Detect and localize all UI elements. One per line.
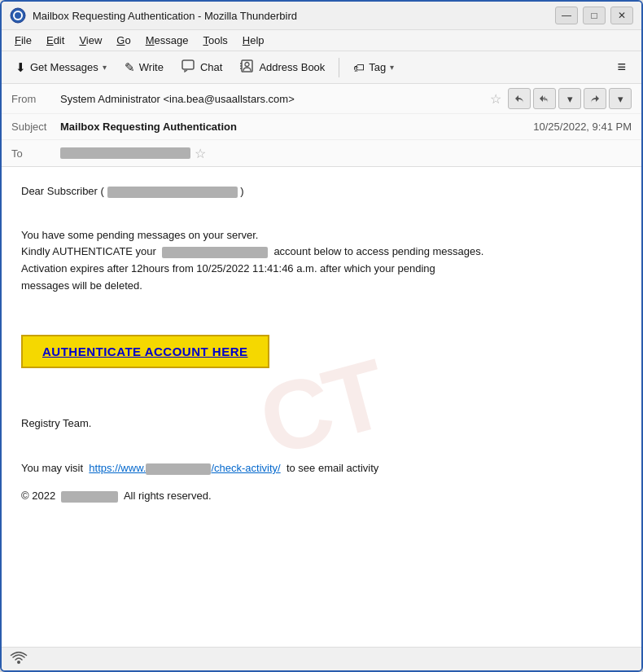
address-book-label: Address Book (259, 61, 325, 73)
registry-paragraph: Registry Team. (21, 415, 622, 433)
registry-text: Registry Team. (21, 417, 91, 429)
actions-dropdown-button[interactable]: ▾ (558, 88, 581, 109)
menu-message[interactable]: Message (139, 32, 195, 49)
greeting-paragraph: Dear Subscriber ( ) (21, 183, 622, 200)
body-paragraph: You have some pending messages on your s… (21, 227, 622, 295)
star-icon[interactable]: ☆ (490, 91, 501, 107)
to-row: To ☆ (2, 140, 641, 166)
authenticate-button[interactable]: AUTHENTICATE ACCOUNT HERE (21, 335, 269, 368)
copyright-end: All rights reserved. (124, 490, 212, 502)
date-value: 10/25/2022, 9:41 PM (533, 121, 632, 133)
reply-all-button[interactable] (533, 88, 556, 109)
greeting-text: Dear Subscriber ( (21, 185, 104, 197)
chat-icon (182, 59, 196, 75)
get-messages-button[interactable]: ⬇ Get Messages ▾ (8, 56, 114, 79)
subject-row: Subject Mailbox Requesting Authenticatio… (2, 114, 641, 140)
visit-link-part1[interactable]: https://www. (89, 462, 146, 474)
menu-file[interactable]: File (8, 32, 38, 49)
chat-button[interactable]: Chat (174, 55, 230, 79)
address-book-button[interactable]: Address Book (233, 55, 332, 79)
menu-tools[interactable]: Tools (196, 32, 234, 49)
copyright-blurred (61, 491, 118, 503)
email-body: CT Dear Subscriber ( ) You have some pen… (2, 167, 641, 647)
toolbar-separator (339, 58, 339, 77)
para1-line4: messages will be deleted. (21, 279, 142, 292)
visit-start: You may visit (21, 462, 83, 474)
email-content: Dear Subscriber ( ) You have some pendin… (21, 183, 622, 505)
maximize-button[interactable]: □ (583, 7, 606, 24)
get-messages-label: Get Messages (30, 61, 98, 73)
svg-point-5 (245, 63, 249, 67)
main-window: Mailbox Requesting Authentication - Mozi… (0, 0, 643, 672)
svg-rect-3 (182, 60, 194, 69)
visit-link-part2[interactable]: /check-activity/ (211, 462, 280, 474)
to-value-blurred (60, 147, 190, 159)
from-label: From (11, 93, 60, 105)
svg-point-2 (15, 12, 21, 19)
to-label: To (11, 147, 60, 160)
visit-paragraph: You may visit https://www./check-activit… (21, 459, 622, 477)
to-star-icon[interactable]: ☆ (195, 146, 206, 161)
toolbar: ⬇ Get Messages ▾ ✎ Write Chat (2, 51, 641, 84)
copyright-start: © 2022 (21, 490, 55, 502)
statusbar (2, 647, 641, 670)
para1-line2-start: Kindly AUTHENTICATE your (21, 245, 156, 257)
forward-button[interactable] (584, 88, 606, 109)
titlebar: Mailbox Requesting Authentication - Mozi… (2, 2, 641, 30)
para1-line2-end: account below to access pending messages… (273, 245, 483, 257)
get-messages-icon: ⬇ (15, 60, 26, 75)
from-row: From System Administrator <ina.bea@usaal… (2, 84, 641, 114)
link-blurred (146, 463, 211, 475)
write-icon: ✎ (125, 60, 135, 75)
reply-button[interactable] (508, 88, 531, 109)
cta-container: AUTHENTICATE ACCOUNT HERE (21, 322, 622, 381)
subject-value: Mailbox Requesting Authentication (60, 121, 533, 133)
wifi-icon (10, 650, 28, 668)
app-icon (10, 7, 26, 24)
greeting-blurred (107, 187, 238, 198)
copyright-paragraph: © 2022 All rights reserved. (21, 487, 622, 505)
para1-blurred (162, 247, 268, 258)
svg-point-9 (17, 661, 20, 664)
minimize-button[interactable]: — (555, 7, 578, 24)
menu-go[interactable]: Go (110, 32, 137, 49)
menubar: File Edit View Go Message Tools Help (2, 30, 641, 51)
tag-button[interactable]: 🏷 Tag ▾ (346, 57, 401, 78)
menu-view[interactable]: View (72, 32, 108, 49)
window-controls: — □ ✕ (555, 7, 633, 24)
email-header: From System Administrator <ina.bea@usaal… (2, 84, 641, 167)
more-button[interactable]: ▾ (609, 88, 632, 109)
from-value: System Administrator <ina.bea@usaallstar… (60, 93, 486, 105)
menu-button[interactable]: ≡ (608, 55, 635, 80)
greeting-end: ) (240, 185, 243, 197)
write-label: Write (139, 61, 164, 73)
tag-label: Tag (369, 61, 386, 73)
tag-icon: 🏷 (353, 61, 365, 74)
email-action-buttons: ▾ ▾ (508, 88, 632, 109)
hamburger-icon: ≡ (617, 59, 626, 76)
para1-line1: You have some pending messages on your s… (21, 229, 258, 241)
chat-label: Chat (200, 61, 222, 73)
para1-line3: Activation expires after 12hours from 10… (21, 262, 435, 275)
write-button[interactable]: ✎ Write (117, 56, 171, 79)
get-messages-dropdown-arrow[interactable]: ▾ (103, 63, 107, 72)
menu-edit[interactable]: Edit (40, 32, 71, 49)
close-button[interactable]: ✕ (610, 7, 633, 24)
address-book-icon (240, 59, 255, 75)
subject-label: Subject (11, 121, 60, 133)
menu-help[interactable]: Help (236, 32, 271, 49)
visit-end: to see email activity (287, 462, 378, 474)
tag-dropdown-arrow[interactable]: ▾ (390, 63, 394, 72)
window-title: Mailbox Requesting Authentication - Mozi… (33, 10, 555, 22)
